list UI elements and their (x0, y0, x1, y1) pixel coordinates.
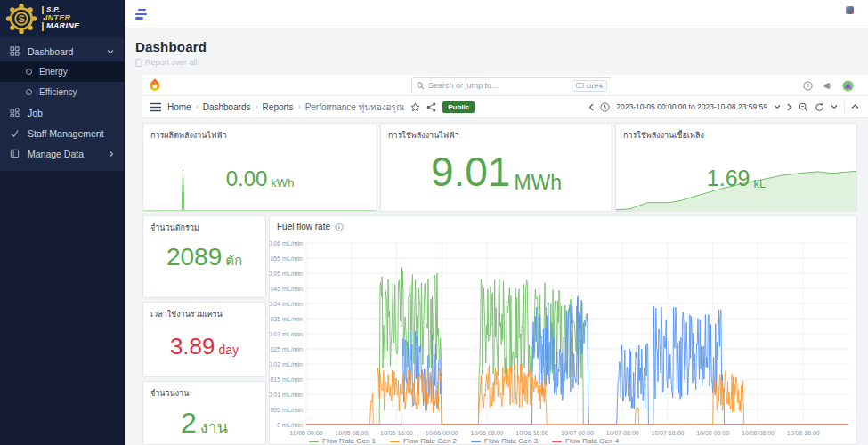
menu-toggle-button[interactable] (135, 9, 148, 21)
help-icon[interactable]: ? (803, 81, 813, 91)
svg-text:0.01 mL/min: 0.01 mL/min (270, 392, 303, 398)
divider (844, 101, 845, 113)
breadcrumb-separator: › (256, 102, 258, 111)
sidebar-item-dashboard[interactable]: Dashboard (0, 41, 124, 61)
sidebar-item-label: Job (28, 108, 114, 118)
svg-text:0.005 mL/min: 0.005 mL/min (270, 407, 303, 413)
page-heading: Dashboard Report over all (135, 39, 207, 67)
svg-text:10/06 08:00: 10/06 08:00 (471, 430, 504, 436)
share-icon[interactable] (426, 102, 436, 112)
report-link-label: Report over all (145, 58, 198, 67)
sidebar-item-label: Energy (39, 67, 68, 77)
check-icon (10, 128, 20, 138)
svg-text:?: ? (807, 82, 810, 88)
time-range-label[interactable]: 2023-10-05 00:00:00 to 2023-10-08 23:59:… (616, 102, 767, 111)
bullet-circle-icon (26, 69, 32, 75)
panel-job-count[interactable]: จำนวนงาน 2งาน (142, 381, 266, 445)
panel-total-scoops[interactable]: จำนวนตักรวม 2089ตัก (142, 215, 266, 298)
legend-item[interactable]: Flow Rate Gen 3 (471, 437, 538, 445)
refresh-icon[interactable] (815, 102, 824, 112)
svg-text:0.06 mL/min: 0.06 mL/min (270, 240, 303, 247)
chart-legend[interactable]: Flow Rate Gen 1Flow Rate Gen 2Flow Rate … (309, 437, 619, 445)
svg-text:0.015 mL/min: 0.015 mL/min (270, 376, 303, 383)
sidebar-item-label: Dashboard (28, 46, 99, 57)
chart-title: Fuel flow rate (277, 222, 330, 231)
report-over-all-link[interactable]: Report over all (135, 58, 207, 67)
app-logo[interactable]: S S.P. •INTER MARINE (0, 0, 124, 37)
grafana-topbar: ctrl+k ? (142, 75, 868, 96)
user-avatar[interactable] (846, 6, 854, 14)
panel-fuel-consumption[interactable]: การใช้พลังงานเชื้อเพลิง 1.69kL (615, 123, 857, 212)
grafana-user-avatar[interactable] (842, 80, 854, 92)
bullet-circle-icon (26, 89, 32, 95)
time-shift-forward-icon[interactable] (787, 103, 792, 111)
panel-energy-consumption[interactable]: การใช้พลังงานไฟฟ้า 9.01MWh (380, 123, 612, 212)
breadcrumb-dashboards[interactable]: Dashboards (203, 102, 251, 112)
time-shift-back-icon[interactable] (588, 103, 594, 111)
sidebar-item-energy[interactable]: Energy (0, 61, 124, 82)
legend-item[interactable]: Flow Rate Gen 2 (390, 437, 457, 445)
dashboard-canvas: การผลิตพลังงานไฟฟ้า 0.00kWh การใช้พลังงา… (142, 118, 868, 445)
breadcrumb-separator: › (196, 102, 199, 111)
svg-text:10/07 16:00: 10/07 16:00 (652, 430, 685, 436)
grafana-frame: ctrl+k ? Home › (142, 75, 868, 445)
info-icon[interactable] (335, 222, 344, 231)
sidebar-menu: Dashboard Energy Efficiency (0, 37, 124, 171)
svg-text:10/08 16:00: 10/08 16:00 (787, 430, 820, 436)
time-controls: 2023-10-05 00:00:00 to 2023-10-08 23:59:… (588, 101, 859, 113)
database-icon (10, 149, 20, 158)
svg-text:0.035 mL/min: 0.035 mL/min (270, 316, 303, 322)
page-title: Dashboard (135, 39, 207, 54)
time-dropdown-chevron-icon[interactable] (774, 104, 781, 109)
collapse-chevron-up-icon[interactable] (851, 104, 859, 109)
breadcrumb-separator: › (298, 102, 301, 111)
logo-line-3: MARINE (42, 22, 79, 31)
breadcrumb-home[interactable]: Home (167, 102, 191, 112)
stat-value: 9.01MWh (381, 124, 612, 211)
sidebar-item-label: Staff Management (28, 128, 114, 139)
svg-text:0.04 mL/min: 0.04 mL/min (270, 301, 303, 307)
breadcrumb-current: Performance ทุ่นทองอรุณ (305, 101, 405, 114)
panel-crane-usage-time[interactable]: เวลาใช้งานรวมเครน 3.89day (142, 302, 266, 377)
app-header (125, 0, 868, 28)
search-box[interactable]: ctrl+k (411, 77, 612, 93)
apps-grid-icon (10, 108, 20, 117)
svg-text:10/08 08:00: 10/08 08:00 (742, 430, 775, 436)
svg-text:10/07 00:00: 10/07 00:00 (561, 430, 594, 436)
breadcrumb-reports[interactable]: Reports (263, 102, 294, 112)
search-input[interactable] (428, 81, 568, 90)
sidebar-item-staff-management[interactable]: Staff Management (0, 123, 124, 143)
star-icon[interactable] (410, 102, 420, 112)
sidebar-item-manage-data[interactable]: Manage Data (0, 143, 124, 164)
mega-menu-icon[interactable] (150, 102, 161, 112)
dashboard-icon (10, 46, 20, 56)
app-logo-text: S.P. •INTER MARINE (42, 6, 79, 31)
svg-text:10/05 08:00: 10/05 08:00 (335, 430, 368, 436)
document-icon (135, 59, 142, 67)
keyboard-icon (576, 83, 584, 88)
svg-text:0.05 mL/min: 0.05 mL/min (270, 271, 303, 277)
grafana-logo-icon[interactable] (148, 77, 162, 93)
sidebar-item-label: Efficiency (39, 87, 77, 97)
refresh-interval-chevron-icon[interactable] (831, 104, 838, 109)
svg-text:S: S (18, 13, 24, 24)
sidebar-item-job[interactable]: Job (0, 102, 124, 123)
sidebar-item-label: Manage Data (28, 149, 101, 159)
chevron-down-icon (107, 49, 114, 54)
svg-text:0 mL/min: 0 mL/min (277, 422, 303, 428)
panel-fuel-flow-rate[interactable]: Fuel flow rate 10/05 00:0010/05 08:0010/… (269, 215, 857, 445)
public-badge[interactable]: Public (442, 101, 475, 113)
legend-item[interactable]: Flow Rate Gen 1 (309, 437, 376, 445)
sidebar: S S.P. •INTER MARINE Dashboard (0, 0, 125, 445)
zoom-out-icon[interactable] (799, 102, 808, 112)
clock-icon[interactable] (600, 102, 610, 112)
legend-item[interactable]: Flow Rate Gen 4 (552, 437, 619, 445)
panel-title: Fuel flow rate (270, 216, 856, 231)
svg-text:10/06 16:00: 10/06 16:00 (515, 430, 548, 436)
ship-wheel-logo-icon: S (5, 2, 37, 36)
panel-energy-production[interactable]: การผลิตพลังงานไฟฟ้า 0.00kWh (142, 123, 377, 212)
news-megaphone-icon[interactable] (823, 81, 832, 91)
sidebar-item-efficiency[interactable]: Efficiency (0, 82, 124, 102)
search-shortcut-badge: ctrl+k (572, 80, 607, 92)
grafana-navbar: Home › Dashboards › Reports › Performanc… (142, 96, 868, 118)
